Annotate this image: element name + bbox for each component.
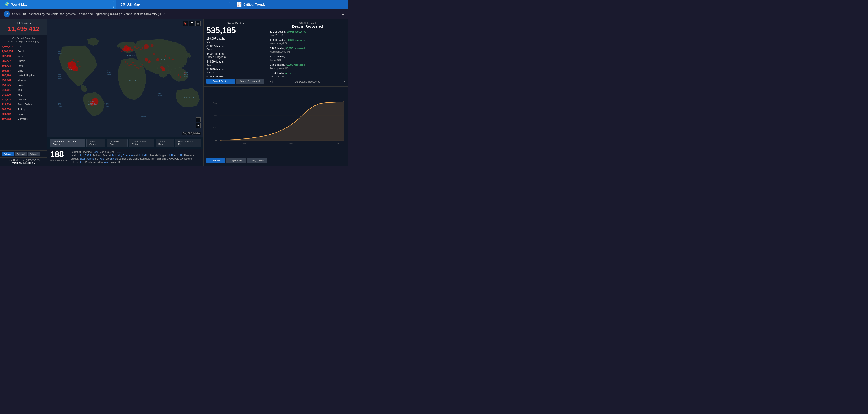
us-deaths: 32,206 deaths, — [270, 30, 286, 33]
svg-point-19 — [79, 66, 81, 67]
nav-help-icon[interactable]: ? — [113, 1, 114, 3]
list-item[interactable]: 2,897,613 US — [0, 44, 47, 49]
country-count-row: 188 countries/regions Lancet Inf Dis Art… — [48, 149, 204, 166]
lead-text: Lead by — [71, 154, 80, 157]
country-name: US — [18, 45, 21, 48]
us-state-name: New York US — [270, 34, 284, 36]
svg-text:15M: 15M — [213, 102, 217, 104]
map-tab-cfr[interactable]: Case-Fatality Ratio — [129, 139, 154, 147]
bookmark-btn[interactable]: 🔖 — [183, 21, 188, 26]
us-map-icon: 🗺 — [121, 2, 125, 7]
svg-text:AFRICA: AFRICA — [129, 79, 136, 81]
country-cases: 197,952 — [2, 117, 18, 120]
right-panels: Global Deaths 535,185 130,007 deathsUS64… — [204, 19, 348, 166]
jhu-link[interactable]: JHU — [168, 154, 173, 157]
nav-us-help-icon[interactable]: ? — [229, 1, 230, 3]
chart-tab-logarithmic[interactable]: Logarithmic — [226, 158, 246, 163]
country-cases: 298,557 — [2, 69, 18, 72]
esri-link[interactable]: Esri Living Atlas team — [112, 154, 133, 157]
lancet-here-link[interactable]: Here — [93, 151, 98, 153]
svg-text:North: North — [107, 70, 111, 72]
svg-point-9 — [131, 48, 133, 51]
total-confirmed-box: Total Confirmed 11,495,412 — [0, 19, 47, 35]
list-item[interactable]: 1,603,055 Brazil — [0, 49, 47, 54]
list-item[interactable]: 205,758 Turkey — [0, 107, 47, 112]
list-item[interactable]: 256,848 Mexico — [0, 78, 47, 82]
list-item: 7,020 deaths,Illinois US — [270, 55, 345, 62]
map-tab-incidence[interactable]: Incidence Rate — [107, 139, 128, 147]
svg-text:Pacific: Pacific — [58, 76, 61, 77]
admin-tab-1[interactable]: Admin1 — [15, 152, 27, 156]
admin-tab-2[interactable]: Admin2 — [28, 152, 40, 156]
slack-link[interactable]: Slack — [80, 158, 85, 160]
list-item[interactable]: 298,557 Chile — [0, 68, 47, 73]
map-tab-hospitalization[interactable]: Hospitalization Rate — [175, 139, 201, 147]
svg-point-28 — [144, 48, 145, 50]
us-nav-next[interactable]: ▷ — [343, 79, 345, 84]
list-item[interactable]: 231,818 Pakistan — [0, 97, 47, 102]
zoom-in-btn[interactable]: + — [196, 117, 201, 123]
jhu-csse-link[interactable]: JHU CSSE — [80, 154, 91, 157]
deaths-count: 30,639 deaths — [206, 68, 264, 71]
country-cases: 250,545 — [2, 83, 18, 87]
country-list: 2,897,613 US1,603,055 Brazil697,413 Indi… — [0, 44, 47, 150]
list-item: 44,321 deathsUnited Kingdom — [206, 53, 264, 59]
jhu-apl-link[interactable]: JHU APL — [138, 154, 148, 157]
country-name: France — [18, 112, 25, 116]
faq-link[interactable]: FAQ — [79, 161, 83, 164]
zoom-out-btn[interactable]: − — [196, 123, 201, 128]
list-item[interactable]: 197,952 Germany — [0, 116, 47, 121]
grid-btn[interactable]: ⊞ — [195, 21, 201, 26]
map-tab-cumulative[interactable]: Cumulative Confirmed Cases — [50, 139, 85, 147]
list-item[interactable]: 697,413 India — [0, 54, 47, 59]
svg-point-32 — [172, 59, 174, 61]
nav-trends-label: Critical Trends — [243, 3, 266, 6]
admin-tab-0[interactable]: Admin0 — [2, 152, 14, 156]
list-item[interactable]: 213,716 Saudi Arabia — [0, 102, 47, 107]
country-name: Brazil — [18, 50, 24, 53]
svg-point-8 — [122, 48, 125, 51]
list-btn[interactable]: ☰ — [189, 21, 194, 26]
svg-text:AMERICA: AMERICA — [67, 69, 76, 70]
and-text2: and — [174, 154, 178, 157]
list-item[interactable]: 287,290 United Kingdom — [0, 73, 47, 78]
nav-us-map[interactable]: 🗺 U.S. Map ? — [116, 0, 232, 9]
github-link[interactable]: Github — [87, 158, 94, 160]
nsf-link[interactable]: NSF — [178, 154, 182, 157]
map-tab-active[interactable]: Active Cases — [86, 139, 105, 147]
list-item[interactable]: 204,222 France — [0, 112, 47, 116]
mobile-here-link[interactable]: Here — [116, 151, 121, 153]
list-item[interactable]: 243,051 Iran — [0, 88, 47, 92]
us-panel-subtitle: Deaths, Recovered — [270, 24, 345, 28]
deaths-country: United Kingdom — [206, 56, 264, 59]
nav-critical-trends[interactable]: 📈 Critical Trends — [232, 0, 348, 9]
global-deaths-tab[interactable]: Global Deaths — [206, 79, 235, 84]
map-tab-testing[interactable]: Testing Rate — [156, 139, 174, 147]
map-tabs: Cumulative Confirmed Cases Active Cases … — [48, 137, 204, 149]
svg-point-33 — [178, 74, 180, 76]
financial-text: . Financial Support: — [148, 154, 168, 157]
chart-tab-daily[interactable]: Daily Cases — [247, 158, 268, 163]
list-item[interactable]: 686,777 Russia — [0, 59, 47, 63]
us-nav-prev[interactable]: ◁ — [270, 79, 272, 84]
svg-text:EUROPE: EUROPE — [127, 55, 135, 56]
list-item[interactable]: 302,718 Peru — [0, 63, 47, 68]
blog-link[interactable]: blog — [103, 161, 108, 164]
nav-info-icon[interactable]: ℹ — [113, 6, 114, 8]
map-container[interactable]: Arctic Ocean North Pacific Ocean North A… — [48, 19, 204, 137]
chart-tab-confirmed[interactable]: Confirmed — [206, 158, 225, 163]
list-item: 130,007 deathsUS — [206, 37, 264, 43]
list-item[interactable]: 241,819 Italy — [0, 93, 47, 97]
global-recovered-tab[interactable]: Global Recovered — [236, 79, 264, 84]
list-item[interactable]: 250,545 Spain — [0, 83, 47, 88]
hamburger-menu[interactable]: ≡ — [342, 11, 344, 16]
world-map-icon: 🌍 — [4, 2, 9, 7]
svg-text:Ocean: Ocean — [184, 75, 188, 77]
country-cases: 287,290 — [2, 74, 18, 77]
svg-point-15 — [145, 58, 148, 61]
nav-world-map[interactable]: 🌍 World Map ? ℹ — [0, 0, 116, 9]
donate-link[interactable]: here — [111, 158, 116, 160]
us-state-name: Pennsylvania US — [270, 67, 289, 70]
country-name: Peru — [18, 64, 23, 68]
aws-link[interactable]: AWS — [99, 158, 104, 160]
